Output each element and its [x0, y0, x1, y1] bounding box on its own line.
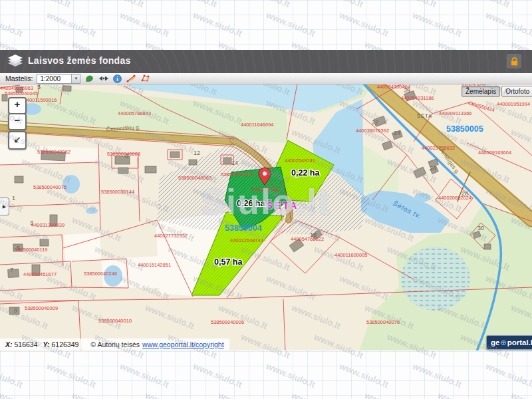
parcel-number: 538500040063	[178, 175, 211, 181]
sidebar-collapse-tab[interactable]: ▶	[0, 198, 9, 215]
parcel-number: 440015142851	[138, 262, 171, 268]
parcel-number: 44002549741	[285, 158, 315, 164]
house-number: 3	[30, 219, 33, 226]
page-header: Laisvos žemės fondas	[0, 50, 532, 73]
y-coordinate-value: 6126349	[51, 340, 78, 348]
info-glyph: i	[117, 75, 119, 82]
parcel-number: 440027732332	[154, 233, 188, 239]
town-label: ŠĖTA	[266, 200, 299, 211]
scale-label: Mastelis:	[5, 74, 33, 82]
page-title: Laisvos žemės fondas	[28, 55, 131, 66]
parcel-number: 538500040008	[107, 151, 140, 157]
area-label: 0,22 ha	[291, 168, 320, 178]
info-icon[interactable]: i	[112, 74, 122, 83]
zoom-in-button[interactable]: +	[8, 97, 27, 114]
zoom-out-button[interactable]: −	[8, 113, 27, 130]
parcel-number: 538500040075	[33, 184, 66, 190]
copyright-text: © Autorių teisės	[90, 340, 140, 348]
parcel-number: 440009113366	[439, 110, 472, 116]
area-label: 0,26 ha	[237, 199, 265, 208]
basemap-button-zemelapis[interactable]: Žemėlapis	[462, 86, 500, 97]
block-number: 53850004	[225, 223, 262, 233]
x-coordinate-value: 516634	[15, 340, 38, 348]
house-number: 24	[394, 130, 400, 136]
lock-icon[interactable]	[507, 54, 521, 68]
scale-select[interactable]: 1:2000 ▼	[37, 74, 80, 84]
y-coordinate-label: Y:	[43, 340, 50, 348]
house-number: 9	[14, 307, 17, 314]
copyright-link[interactable]: www.geoportal.lt/copyright	[142, 340, 224, 348]
house-number: 5	[17, 245, 20, 251]
house-number: 1	[12, 195, 15, 201]
parcel-number: 440009163604	[478, 150, 511, 156]
parcel-number: 538500040076	[366, 319, 400, 325]
parcel-number: 538500040015	[221, 172, 254, 178]
logo-text-suffix: portal.lt	[507, 338, 532, 346]
house-number: 26	[430, 165, 436, 172]
map-canvas[interactable]: 440049326963 538500040045 440011599916 4…	[0, 84, 532, 350]
house-number: 8	[125, 153, 128, 160]
parcel-number: 440053451677	[23, 271, 57, 277]
status-bar: X: 516634 Y: 6126349 © Autorių teisės ww…	[0, 338, 229, 350]
parcel-number: 538500040009	[25, 305, 58, 311]
map-svg: 440049326963 538500040045 440011599916 4…	[0, 84, 532, 350]
parcel-number: 440011600005	[334, 252, 368, 258]
pan-mode-button[interactable]: ↙	[8, 131, 27, 150]
parcel-number: 440011599916	[24, 97, 57, 103]
house-number: 39	[404, 87, 410, 94]
scale-value: 1:2000	[37, 75, 61, 82]
parcel-number: 440012648744	[230, 237, 263, 243]
parcel-number: 440005788843	[118, 110, 151, 116]
parcel-number: 44002587843	[251, 186, 281, 192]
block-number: 53850005	[446, 124, 483, 134]
basemap-switcher: Žemėlapis Ortofoto Mišrus	[462, 86, 532, 97]
green-areas-icon[interactable]	[84, 74, 94, 83]
pan-arrows-icon[interactable]	[98, 74, 108, 83]
house-number: 30	[477, 225, 484, 231]
parcel-number: 538500040006	[211, 319, 244, 325]
house-number: 5	[37, 84, 41, 90]
area-label: 0,57 ha	[214, 257, 243, 267]
parcel-number: 440011646094	[241, 122, 274, 128]
measure-area-icon[interactable]	[140, 74, 150, 83]
parcel-number: 538500040010	[98, 318, 132, 324]
parcel-number: 440038076392	[356, 128, 389, 134]
parcel-number: 538500030144	[101, 189, 134, 195]
parcel-number: 440001951994	[497, 101, 530, 107]
chevron-down-icon: ▼	[71, 74, 80, 83]
parcel-number: 538500040045	[5, 90, 38, 96]
house-number: 7	[10, 267, 13, 273]
basemap-button-ortofoto[interactable]: Ortofoto	[501, 86, 532, 97]
house-number: 22	[372, 119, 378, 126]
parcel-number: 440054766022	[291, 236, 324, 242]
parcel-number: 538500040246	[84, 271, 117, 277]
house-number: 28	[462, 190, 468, 197]
parcel-number: 538500040062	[37, 149, 70, 155]
parcel-number: 440031300939	[31, 222, 65, 228]
toolbar: Mastelis: 1:2000 ▼ i	[0, 73, 532, 84]
town-label-small: ŠĖTA	[417, 113, 432, 119]
geoportal-logo[interactable]: ge ⊕ portal.lt	[486, 335, 532, 350]
measure-distance-icon[interactable]	[126, 74, 136, 83]
house-number: 18	[310, 231, 317, 238]
house-number: 14	[231, 160, 238, 166]
house-number: 12	[194, 150, 200, 156]
x-coordinate-label: X:	[5, 340, 13, 348]
globe-icon: ⊕	[500, 338, 506, 347]
layers-icon	[7, 54, 24, 72]
app-screen: Laisvos žemės fondas Mastelis: 1:2000 ▼ …	[0, 0, 532, 399]
logo-text-prefix: ge	[491, 338, 499, 346]
parcel-number: 440054031186	[401, 95, 434, 101]
